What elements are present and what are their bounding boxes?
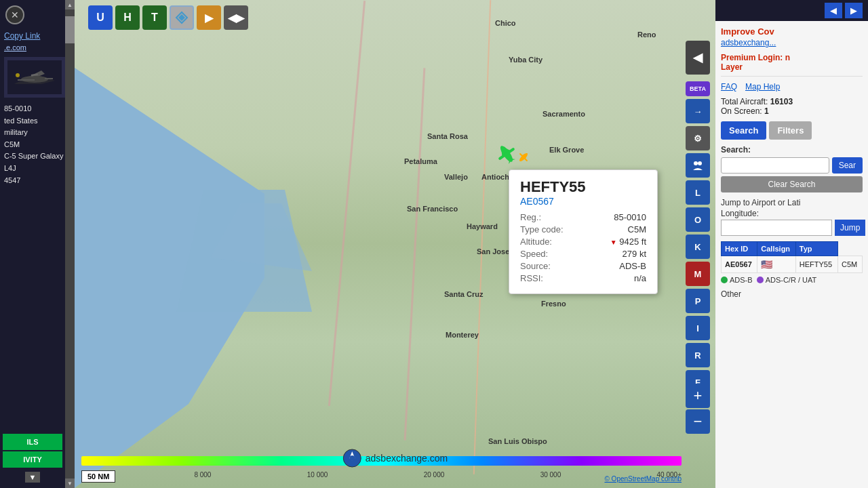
aircraft-popup: HEFTY55 AE0567 Reg.: 85-0010 Type code: …: [509, 169, 658, 294]
site-url[interactable]: .e.com: [4, 43, 71, 52]
login-btn[interactable]: →: [686, 99, 710, 123]
on-screen-label: On Screen:: [721, 106, 762, 116]
aircraft-reg: 85-0010: [4, 103, 71, 115]
search-action-btn[interactable]: Sear: [832, 157, 863, 174]
btn-t[interactable]: T: [142, 5, 167, 30]
map-back-btn[interactable]: ◀: [686, 41, 710, 75]
adsbx-link[interactable]: adsbexchang...: [721, 38, 863, 47]
popup-alt-arrow: ▼: [610, 239, 617, 246]
back-button-area: ◀: [686, 41, 710, 75]
stats-btn[interactable]: [686, 153, 710, 178]
total-aircraft-label: Total Aircraft:: [721, 97, 768, 106]
search-section-label: Search:: [721, 145, 863, 155]
popup-alt-row: Altitude: ▼ 9425 ft: [520, 237, 646, 247]
zoom-out-btn[interactable]: −: [686, 409, 710, 434]
total-aircraft-value: 16103: [770, 97, 793, 106]
svg-point-5: [16, 73, 20, 77]
aircraft-info: 85-0010 ted States military C5M C-5 Supe…: [4, 103, 71, 186]
hex-id-cell[interactable]: AE0567: [722, 256, 757, 273]
plane-silhouette: [7, 60, 62, 94]
settings-btn[interactable]: ⚙: [686, 126, 710, 150]
btn-h[interactable]: H: [115, 5, 140, 30]
btn-P[interactable]: P: [686, 289, 710, 313]
activity-button[interactable]: IVITY: [3, 451, 62, 468]
panel-back-btn[interactable]: ◀: [825, 3, 842, 18]
adsb-label: ADS-B: [730, 276, 753, 284]
btn-R[interactable]: R: [686, 343, 710, 367]
filters-btn[interactable]: Filters: [769, 121, 812, 140]
popup-alt-label: Altitude:: [520, 237, 552, 247]
popup-speed-row: Speed: 279 kt: [520, 249, 646, 259]
svg-point-8: [694, 161, 698, 165]
close-button[interactable]: ✕: [5, 5, 24, 24]
popup-speed-label: Speed:: [520, 249, 548, 259]
search-btn[interactable]: Search: [721, 121, 766, 140]
callsign-cell[interactable]: HEFTY55: [795, 256, 837, 273]
alt-label-1: 8 000: [194, 471, 211, 479]
jump-input[interactable]: [721, 220, 832, 236]
btn-K[interactable]: K: [686, 235, 710, 259]
aircraft-role: military: [4, 127, 71, 139]
beta-btn[interactable]: BETA: [686, 81, 710, 96]
svg-rect-4: [45, 78, 53, 79]
flag-cell: 🇺🇸: [757, 256, 795, 273]
popup-alt-num: 9425 ft: [619, 237, 646, 247]
table-row[interactable]: AE0567 🇺🇸 HEFTY55 C5M: [722, 256, 863, 273]
clear-search-btn[interactable]: Clear Search: [721, 176, 863, 192]
aircraft-country: ted States: [4, 115, 71, 127]
popup-rssi-row: RSSI: n/a: [520, 273, 646, 283]
popup-reg-label: Reg.:: [520, 212, 541, 222]
panel-content: Improve Cov adsbexchang... Premium Login…: [715, 21, 868, 488]
btn-L[interactable]: L: [686, 180, 710, 205]
scroll-down-arrow[interactable]: ▼: [65, 479, 75, 488]
longitude-label: Longitude:: [721, 209, 863, 218]
attr-link[interactable]: © OpenStreetMap contrib: [604, 475, 682, 483]
details-button[interactable]: ILS: [3, 434, 62, 450]
btn-O[interactable]: O: [686, 207, 710, 232]
panel-top-bar: ◀ ▶: [715, 0, 868, 21]
adsc-label: ADS-C/R / UAT: [766, 276, 817, 284]
popup-icao: AE0567: [520, 196, 646, 207]
jump-label: Jump to Airport or Lati: [721, 198, 863, 207]
popup-reg-value: 85-0010: [614, 212, 646, 222]
popup-speed-value: 279 kt: [623, 249, 646, 259]
leftright-icon: ◀▶: [228, 12, 244, 24]
search-input[interactable]: [721, 157, 829, 174]
panel-forward-btn[interactable]: ▶: [845, 3, 863, 18]
next-icon: ▶: [205, 12, 213, 24]
jump-input-row: Jump: [721, 220, 863, 236]
popup-reg-row: Reg.: 85-0010: [520, 212, 646, 222]
jump-btn[interactable]: Jump: [835, 220, 865, 236]
popup-type-value: C5M: [628, 224, 646, 235]
aircraft-num: 4547: [4, 175, 71, 187]
panel-links: FAQ Map Help: [721, 82, 863, 92]
aircraft-svg: [492, 139, 521, 169]
sidebar-scrollbar[interactable]: ▲ ▼: [65, 0, 75, 488]
btn-M[interactable]: M: [686, 262, 710, 286]
zoom-in-btn[interactable]: +: [686, 384, 710, 408]
maphelp-link[interactable]: Map Help: [745, 82, 780, 92]
btn-diamond[interactable]: [170, 5, 194, 30]
map-container[interactable]: U H T ▶ ◀▶ ◀ BETA → ⚙: [75, 0, 715, 488]
type-cell: C5M: [838, 256, 863, 273]
close-icon: ✕: [11, 9, 19, 20]
zoom-controls: + −: [686, 384, 710, 434]
btn-leftright[interactable]: ◀▶: [224, 5, 248, 30]
panel-stats: Total Aircraft: 16103 On Screen: 1: [721, 97, 863, 116]
main-aircraft[interactable]: [492, 139, 521, 171]
flag-icon: 🇺🇸: [761, 259, 772, 270]
alt-label-2: 10 000: [307, 471, 328, 479]
map-side-controls: BETA → ⚙ L O K M P I R F: [686, 81, 710, 394]
btn-I[interactable]: I: [686, 316, 710, 340]
scroll-thumb[interactable]: [65, 16, 75, 43]
improve-cov-label: Improve Cov: [721, 26, 863, 37]
faq-link[interactable]: FAQ: [721, 82, 737, 92]
popup-source-row: Source: ADS-B: [520, 261, 646, 271]
btn-u[interactable]: U: [88, 5, 113, 30]
scroll-up-arrow[interactable]: ▲: [65, 0, 75, 9]
aircraft-code2: L4J: [4, 163, 71, 175]
copy-link[interactable]: Copy Link: [4, 31, 71, 41]
popup-rssi-label: RSSI:: [520, 273, 543, 283]
btn-next[interactable]: ▶: [197, 5, 221, 30]
scroll-down-btn[interactable]: ▼: [25, 472, 41, 483]
